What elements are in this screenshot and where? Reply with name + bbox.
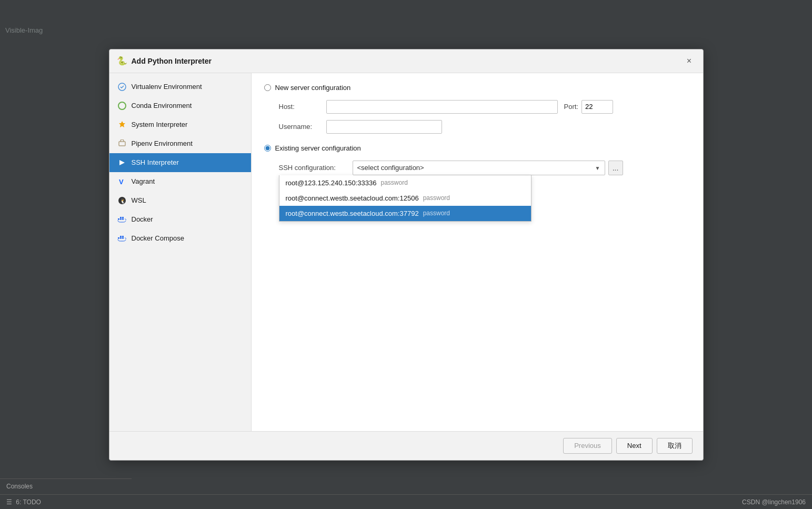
ssh-config-row: SSH configuration: <select configuration…	[279, 161, 690, 175]
sidebar-item-vagrant[interactable]: V Vagrant	[109, 172, 251, 191]
sidebar-item-virtualenv[interactable]: Virtualenv Environment	[109, 77, 251, 96]
svg-rect-14	[122, 237, 124, 239]
option-3-host: root@connect.westb.seetacloud.com:37792	[286, 209, 419, 217]
existing-server-form: SSH configuration: <select configuration…	[264, 161, 690, 175]
ssh-icon	[117, 157, 127, 168]
option-3-auth: password	[423, 209, 450, 217]
sidebar-item-system[interactable]: System Interpreter	[109, 115, 251, 134]
new-server-form: Host: Port: Username:	[264, 100, 690, 134]
dialog-body: Virtualenv Environment Conda Environment…	[109, 73, 703, 431]
conda-label: Conda Environment	[132, 102, 192, 109]
pipenv-label: Pipenv Environment	[132, 139, 193, 147]
conda-icon	[117, 101, 127, 111]
option-2-host: root@connect.westb.seetacloud.com:12506	[286, 194, 419, 202]
dialog-title-bar: 🐍 Add Python Interpreter ×	[109, 49, 703, 73]
dropdown-list: root@123.125.240.150:33336 password root…	[279, 175, 532, 222]
host-label: Host:	[279, 103, 326, 111]
dialog-title-icon: 🐍	[117, 56, 127, 66]
next-button[interactable]: Next	[616, 438, 653, 454]
svg-rect-8	[120, 218, 122, 220]
system-icon	[117, 119, 127, 130]
host-row: Host: Port:	[279, 100, 690, 114]
port-input[interactable]	[582, 100, 613, 114]
existing-server-label[interactable]: Existing server configuration	[275, 144, 361, 152]
dropdown-option-1[interactable]: root@123.125.240.150:33336 password	[279, 175, 531, 191]
svg-point-1	[118, 102, 126, 109]
svg-rect-9	[122, 218, 124, 220]
docker-compose-label: Docker Compose	[132, 234, 184, 242]
close-button[interactable]: ×	[683, 55, 696, 67]
sidebar-item-conda[interactable]: Conda Environment	[109, 96, 251, 115]
docker-label: Docker	[132, 215, 153, 223]
previous-button[interactable]: Previous	[563, 438, 612, 454]
username-input[interactable]	[326, 120, 442, 134]
option-1-host: root@123.125.240.150:33336	[286, 179, 377, 187]
svg-rect-16	[122, 236, 124, 237]
svg-text:V: V	[119, 178, 124, 186]
sidebar-item-pipenv[interactable]: Pipenv Environment	[109, 134, 251, 153]
existing-server-radio[interactable]	[264, 145, 271, 152]
content-area: New server configuration Host: Port: Use…	[252, 73, 703, 431]
dialog-title: Add Python Interpreter	[132, 57, 683, 65]
svg-rect-13	[120, 237, 122, 239]
cancel-button[interactable]: 取消	[657, 438, 693, 454]
wsl-label: WSL	[132, 196, 146, 204]
add-python-interpreter-dialog: 🐍 Add Python Interpreter × Virtualenv En…	[109, 49, 704, 461]
svg-rect-12	[118, 237, 119, 239]
username-label: Username:	[279, 123, 326, 131]
vagrant-icon: V	[117, 176, 127, 187]
vagrant-label: Vagrant	[132, 177, 155, 185]
svg-rect-15	[120, 236, 122, 237]
existing-server-radio-row: Existing server configuration	[264, 144, 690, 152]
option-1-auth: password	[380, 179, 407, 186]
pipenv-icon	[117, 138, 127, 149]
wsl-icon: 🐧	[117, 195, 127, 206]
bottom-todo-tab[interactable]: ☰ 6: TODO	[6, 498, 41, 506]
system-label: System Interpreter	[132, 121, 188, 128]
sidebar-item-docker[interactable]: Docker	[109, 210, 251, 229]
dots-button[interactable]: ...	[608, 161, 623, 175]
dropdown-option-3[interactable]: root@connect.westb.seetacloud.com:37792 …	[279, 206, 531, 221]
dropdown-option-2[interactable]: root@connect.westb.seetacloud.com:12506 …	[279, 191, 531, 206]
username-row: Username:	[279, 120, 690, 134]
svg-rect-11	[122, 217, 124, 218]
svg-rect-10	[120, 217, 122, 218]
existing-server-section: Existing server configuration SSH config…	[264, 144, 690, 175]
docker-compose-icon	[117, 233, 127, 244]
new-server-radio[interactable]	[264, 84, 271, 91]
bottom-right-text: CSDN @lingchen1906	[742, 498, 806, 506]
sidebar-item-wsl[interactable]: 🐧 WSL	[109, 191, 251, 210]
bottom-tab-console[interactable]: Consoles	[6, 483, 33, 490]
new-server-section: New server configuration Host: Port: Use…	[264, 84, 690, 134]
new-server-radio-row: New server configuration	[264, 84, 690, 92]
dialog-footer: Previous Next 取消	[109, 431, 703, 460]
svg-rect-2	[119, 142, 125, 146]
sidebar-item-docker-compose[interactable]: Docker Compose	[109, 229, 251, 248]
docker-icon	[117, 214, 127, 225]
new-server-label[interactable]: New server configuration	[275, 84, 351, 92]
svg-rect-7	[118, 218, 119, 220]
ide-background-text: Visible-Imag	[5, 26, 43, 34]
host-input[interactable]	[326, 100, 558, 114]
svg-marker-3	[119, 160, 125, 165]
sidebar-item-ssh[interactable]: SSH Interpreter	[109, 153, 251, 172]
sidebar: Virtualenv Environment Conda Environment…	[109, 73, 252, 431]
ssh-dropdown-wrapper: <select configuration> root@123.125.240.…	[353, 161, 605, 175]
ssh-config-display[interactable]: <select configuration>▼	[353, 161, 605, 175]
port-label: Port:	[564, 103, 578, 111]
ssh-config-label: SSH configuration:	[279, 164, 353, 172]
option-2-auth: password	[423, 194, 450, 202]
virtualenv-icon	[117, 82, 127, 92]
virtualenv-label: Virtualenv Environment	[132, 83, 202, 91]
ssh-label: SSH Interpreter	[132, 158, 179, 166]
svg-text:🐧: 🐧	[120, 198, 126, 204]
